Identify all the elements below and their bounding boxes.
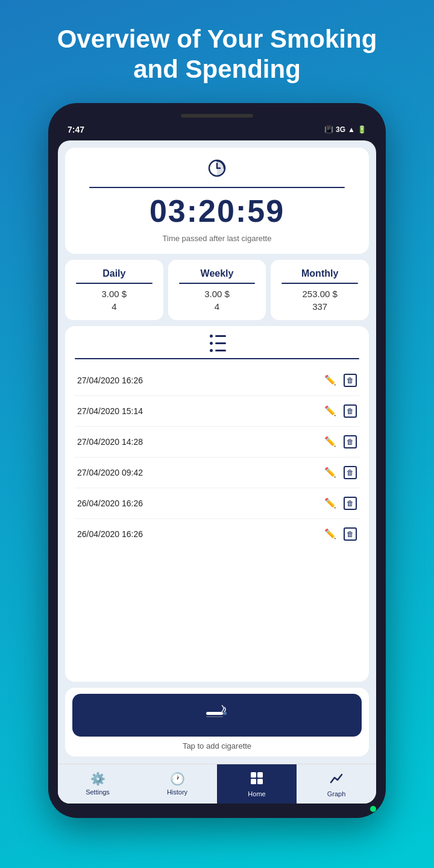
history-date-4: 27/04/2020 09:42	[77, 468, 143, 477]
timer-label: Time passed after last cigarette	[77, 234, 357, 243]
timer-display: 03:20:59	[77, 193, 357, 229]
history-date-5: 26/04/2020 16:26	[77, 498, 143, 508]
delete-icon-5[interactable]: 🗑	[344, 497, 357, 510]
stat-monthly-count: 337	[277, 301, 363, 312]
stat-monthly-money: 253.00 $	[277, 289, 363, 299]
green-status-dot	[370, 806, 376, 812]
nav-history-label: History	[167, 788, 187, 796]
nav-graph-label: Graph	[327, 790, 346, 797]
history-icon: 🕐	[170, 772, 185, 786]
svg-rect-3	[206, 716, 223, 717]
history-item: 26/04/2020 16:26 ✏️ 🗑	[75, 488, 359, 519]
stat-monthly-title: Monthly	[277, 268, 363, 279]
history-actions-2: ✏️ 🗑	[324, 404, 357, 418]
nav-home-label: Home	[248, 790, 265, 797]
history-card: 27/04/2020 16:26 ✏️ 🗑 27/04/2020 15:14 ✏…	[65, 326, 369, 682]
add-cigarette-button[interactable]	[72, 694, 362, 737]
history-actions-3: ✏️ 🗑	[324, 435, 357, 448]
bottom-nav: ⚙️ Settings 🕐 History Home	[58, 764, 376, 804]
timer-card: 03:20:59 Time passed after last cigarett…	[65, 148, 369, 254]
stat-monthly: Monthly 253.00 $ 337	[271, 260, 369, 320]
screen-content: 03:20:59 Time passed after last cigarett…	[58, 140, 376, 764]
nav-graph[interactable]: Graph	[297, 764, 376, 804]
history-actions-6: ✏️ 🗑	[324, 527, 357, 541]
settings-icon: ⚙️	[90, 772, 105, 786]
svg-rect-6	[251, 779, 256, 784]
stat-weekly-title: Weekly	[174, 268, 260, 279]
stat-daily-title: Daily	[71, 268, 157, 279]
nav-settings-label: Settings	[86, 788, 110, 796]
stat-weekly-count: 4	[174, 301, 260, 312]
delete-icon-3[interactable]: 🗑	[344, 435, 357, 448]
delete-icon-1[interactable]: 🗑	[344, 374, 357, 387]
history-actions-5: ✏️ 🗑	[324, 497, 357, 510]
svg-rect-7	[257, 779, 263, 784]
history-item: 27/04/2020 09:42 ✏️ 🗑	[75, 458, 359, 488]
history-date-6: 26/04/2020 16:26	[77, 529, 143, 539]
add-cigarette-section: Tap to add cigarette	[65, 688, 369, 756]
svg-rect-5	[257, 772, 263, 778]
signal-bars-icon: ▲	[348, 125, 355, 134]
status-time: 7:47	[68, 125, 84, 134]
history-item: 27/04/2020 14:28 ✏️ 🗑	[75, 427, 359, 458]
edit-icon-6[interactable]: ✏️	[324, 528, 336, 539]
graph-icon	[330, 772, 343, 788]
svg-rect-1	[206, 712, 223, 715]
page-title: Overview of Your Smoking and Spending	[36, 24, 398, 85]
stat-daily-divider	[76, 283, 153, 284]
history-list-icon	[75, 335, 359, 352]
history-item: 27/04/2020 15:14 ✏️ 🗑	[75, 396, 359, 427]
history-item: 26/04/2020 16:26 ✏️ 🗑	[75, 519, 359, 549]
page-header: Overview of Your Smoking and Spending	[0, 0, 434, 103]
stat-weekly-money: 3.00 $	[174, 289, 260, 299]
stat-weekly: Weekly 3.00 $ 4	[168, 260, 266, 320]
phone-device: 7:47 📳 3G ▲ 🔋	[48, 103, 386, 818]
add-cigarette-label: Tap to add cigarette	[72, 741, 362, 750]
stat-daily-count: 4	[71, 301, 157, 312]
nav-history[interactable]: 🕐 History	[137, 764, 217, 804]
stat-monthly-divider	[281, 283, 358, 284]
history-date-3: 27/04/2020 14:28	[77, 437, 143, 447]
edit-icon-3[interactable]: ✏️	[324, 436, 336, 447]
history-actions-4: ✏️ 🗑	[324, 466, 357, 479]
clock-icon	[77, 159, 357, 182]
edit-icon-5[interactable]: ✏️	[324, 497, 336, 509]
history-item: 27/04/2020 16:26 ✏️ 🗑	[75, 365, 359, 396]
phone-notch	[181, 114, 253, 118]
history-date-1: 27/04/2020 16:26	[77, 376, 143, 385]
timer-divider	[89, 187, 345, 188]
stat-weekly-divider	[179, 283, 256, 284]
edit-icon-4[interactable]: ✏️	[324, 467, 336, 478]
phone-screen: 03:20:59 Time passed after last cigarett…	[58, 140, 376, 804]
history-date-2: 27/04/2020 15:14	[77, 406, 143, 416]
delete-icon-6[interactable]: 🗑	[344, 527, 357, 541]
battery-icon: 🔋	[357, 125, 366, 134]
edit-icon-2[interactable]: ✏️	[324, 405, 336, 417]
stats-row: Daily 3.00 $ 4 Weekly 3.00 $ 4 Monthly 2…	[65, 260, 369, 320]
vibrate-icon: 📳	[324, 125, 333, 134]
nav-home[interactable]: Home	[217, 764, 297, 804]
delete-icon-2[interactable]: 🗑	[344, 404, 357, 418]
stat-daily-money: 3.00 $	[71, 289, 157, 299]
signal-3g: 3G	[336, 125, 345, 134]
edit-icon-1[interactable]: ✏️	[324, 374, 336, 386]
svg-rect-4	[251, 772, 256, 778]
history-divider	[75, 358, 359, 359]
home-icon	[250, 772, 263, 788]
status-bar: 7:47 📳 3G ▲ 🔋	[58, 125, 376, 140]
stat-daily: Daily 3.00 $ 4	[65, 260, 163, 320]
history-actions-1: ✏️ 🗑	[324, 374, 357, 387]
nav-settings[interactable]: ⚙️ Settings	[58, 764, 137, 804]
delete-icon-4[interactable]: 🗑	[344, 466, 357, 479]
svg-rect-2	[223, 712, 227, 715]
status-icons: 📳 3G ▲ 🔋	[324, 125, 366, 134]
